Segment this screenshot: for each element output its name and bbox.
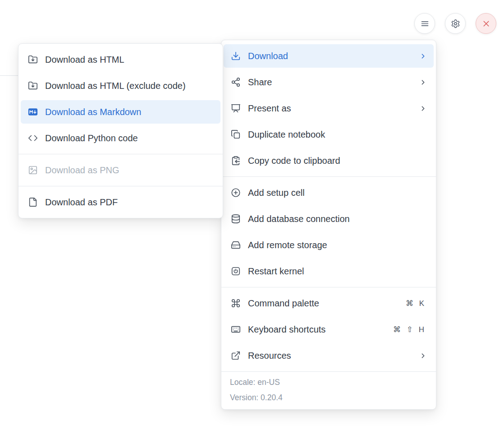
- database-icon: [230, 213, 241, 224]
- chevron-right-icon: [419, 52, 427, 60]
- menu-item-duplicate-notebook[interactable]: Duplicate notebook: [224, 123, 434, 146]
- menu-item-label: Download: [248, 51, 412, 61]
- menu-item-label: Download as HTML (exclude code): [45, 81, 214, 91]
- menu-item-label: Share: [248, 77, 412, 88]
- power-icon: [230, 266, 241, 277]
- chevron-right-icon: [419, 79, 427, 86]
- image-icon: [27, 165, 38, 176]
- menu-item-label: Download as Markdown: [45, 107, 214, 117]
- menu-item-download[interactable]: Download: [224, 44, 434, 68]
- close-button[interactable]: [476, 13, 496, 34]
- menu-item-label: Download as PNG: [45, 165, 214, 176]
- x-icon: [481, 19, 491, 28]
- command-icon: [230, 298, 241, 309]
- menu-item-label: Add setup cell: [248, 188, 427, 198]
- menu-item-add-database-connection[interactable]: Add database connection: [224, 207, 434, 231]
- download-submenu-items: Download as HTMLDownload as HTML (exclud…: [18, 44, 223, 218]
- download-icon: [230, 51, 241, 61]
- menu-separator: [221, 287, 436, 287]
- folder-down-icon: [27, 80, 38, 91]
- duplicate-icon: [230, 129, 241, 140]
- external-link-icon: [230, 350, 241, 361]
- menu-footer: Locale: en-US Version: 0.20.4: [221, 371, 436, 409]
- chevron-right-icon: [419, 352, 427, 360]
- menu-item-label: Add database connection: [248, 214, 427, 224]
- notebook-menu-button[interactable]: [414, 13, 435, 34]
- gear-icon: [451, 19, 460, 28]
- menu-item-label: Add remote storage: [248, 240, 427, 250]
- code-icon: [27, 133, 38, 143]
- submenu-item-download-as-html[interactable]: Download as HTML: [21, 48, 220, 71]
- menu-separator: [221, 176, 436, 177]
- chevron-right-icon: [419, 105, 427, 112]
- submenu-item-download-as-png: Download as PNG: [21, 158, 220, 182]
- menu-item-add-remote-storage[interactable]: Add remote storage: [224, 233, 434, 257]
- keyboard-icon: [230, 324, 241, 335]
- hamburger-icon: [420, 19, 430, 28]
- clipboard-copy-icon: [230, 155, 241, 166]
- notebook-toolbar: [414, 13, 496, 34]
- background-cell-border: [0, 75, 19, 76]
- menu-item-label: Copy code to clipboard: [248, 156, 427, 166]
- menu-item-label: Command palette: [248, 298, 399, 309]
- download-submenu: Download as HTMLDownload as HTML (exclud…: [18, 43, 223, 218]
- submenu-item-download-as-html-exclude-code[interactable]: Download as HTML (exclude code): [21, 74, 220, 97]
- menu-separator: [18, 186, 223, 186]
- menu-item-resources[interactable]: Resources: [224, 344, 434, 367]
- menu-item-command-palette[interactable]: Command palette⌘ K: [224, 291, 434, 315]
- submenu-item-download-as-markdown[interactable]: Download as Markdown: [21, 100, 220, 124]
- share-icon: [230, 77, 241, 88]
- menu-item-label: Restart kernel: [248, 266, 427, 277]
- menu-item-add-setup-cell[interactable]: Add setup cell: [224, 181, 434, 204]
- menu-item-label: Present as: [248, 103, 412, 114]
- menu-item-copy-code-to-clipboard[interactable]: Copy code to clipboard: [224, 149, 434, 172]
- menu-item-label: Keyboard shortcuts: [248, 324, 386, 335]
- menu-item-present-as[interactable]: Present as: [224, 97, 434, 120]
- menu-item-share[interactable]: Share: [224, 70, 434, 94]
- keyboard-shortcut-hint: ⌘ K: [406, 299, 426, 308]
- menu-item-keyboard-shortcuts[interactable]: Keyboard shortcuts⌘ ⇧ H: [224, 318, 434, 341]
- settings-button[interactable]: [445, 13, 466, 34]
- menu-item-restart-kernel[interactable]: Restart kernel: [224, 259, 434, 283]
- menu-item-label: Duplicate notebook: [248, 130, 427, 140]
- file-icon: [27, 197, 38, 208]
- menu-item-label: Resources: [248, 351, 412, 361]
- markdown-badge-icon: [27, 106, 38, 117]
- hard-drive-icon: [230, 240, 241, 250]
- presentation-icon: [230, 103, 241, 114]
- submenu-item-download-python-code[interactable]: Download Python code: [21, 126, 220, 150]
- menu-separator: [18, 154, 223, 154]
- version-text: Version: 0.20.4: [230, 393, 427, 402]
- notebook-menu-dropdown: DownloadSharePresent asDuplicate noteboo…: [221, 40, 436, 410]
- submenu-item-download-as-pdf[interactable]: Download as PDF: [21, 190, 220, 214]
- menu-item-label: Download as HTML: [45, 55, 214, 65]
- locale-text: Locale: en-US: [230, 378, 427, 387]
- keyboard-shortcut-hint: ⌘ ⇧ H: [393, 325, 426, 334]
- plus-circle-icon: [230, 187, 241, 198]
- menu-item-label: Download as PDF: [45, 197, 214, 208]
- folder-down-icon: [27, 54, 38, 65]
- menu-item-label: Download Python code: [45, 133, 214, 143]
- notebook-menu-items: DownloadSharePresent asDuplicate noteboo…: [221, 40, 436, 371]
